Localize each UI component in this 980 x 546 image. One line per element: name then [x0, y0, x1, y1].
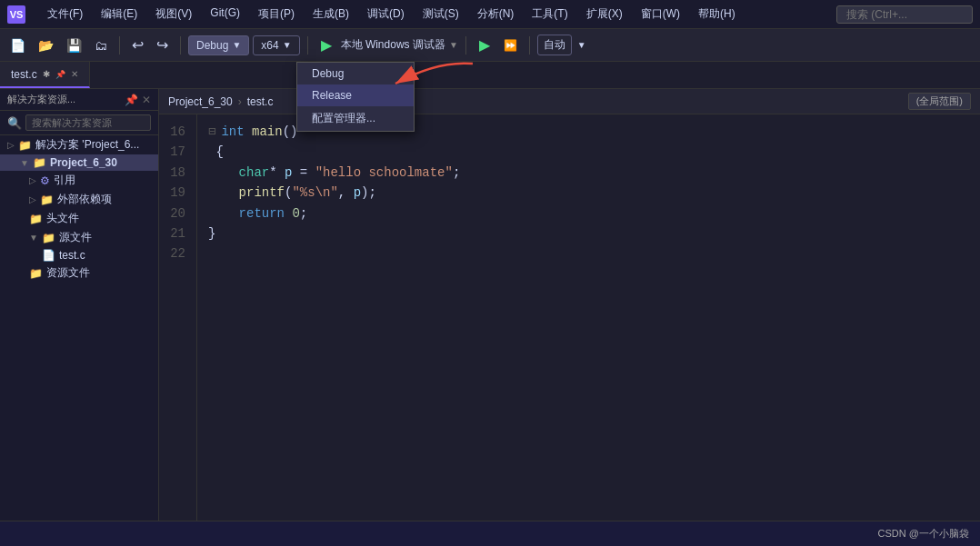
- expand-solution-icon: ▷: [7, 140, 15, 150]
- run-debug-button[interactable]: ▶: [315, 35, 337, 55]
- tab-close-button[interactable]: ✕: [71, 69, 78, 79]
- sidebar-item-resources[interactable]: 📁 资源文件: [0, 263, 158, 283]
- sidebar-item-sources[interactable]: ▼ 📁 源文件: [0, 228, 158, 247]
- config-dropdown[interactable]: Debug ▼: [188, 35, 249, 55]
- sidebar-item-solution[interactable]: ▷ 📁 解决方案 'Project_6...: [0, 135, 158, 154]
- new-file-button[interactable]: 📄: [5, 35, 30, 55]
- sidebar-panel-icons: 📌 ✕: [125, 94, 151, 106]
- expand-ext-icon: ▷: [29, 194, 36, 204]
- code-content[interactable]: ⊟int main() { char* p = "hello schoolmat…: [197, 114, 980, 521]
- sources-label: 源文件: [59, 230, 92, 245]
- breadcrumb-sep-1: ›: [238, 95, 242, 108]
- status-text: CSDN @一个小脑袋: [878, 527, 969, 541]
- main-layout: 解决方案资源... 📌 ✕ 🔍 ▷ 📁 解决方案 'Project_6... ▼…: [0, 89, 980, 521]
- project-label: Project_6_30: [50, 156, 117, 169]
- platform-label: x64: [261, 39, 278, 52]
- ref-label: 引用: [54, 173, 75, 188]
- expand-project-icon: ▼: [20, 158, 29, 168]
- menu-test[interactable]: 测试(S): [415, 5, 466, 24]
- menu-help[interactable]: 帮助(H): [691, 5, 743, 24]
- line-num-20: 20: [166, 204, 185, 223]
- menu-file[interactable]: 文件(F): [40, 5, 90, 24]
- menu-tools[interactable]: 工具(T): [525, 5, 575, 24]
- save-all-button[interactable]: 🗂: [90, 35, 112, 55]
- config-dropdown-menu: Debug Release 配置管理器...: [296, 62, 415, 132]
- sidebar: 解决方案资源... 📌 ✕ 🔍 ▷ 📁 解决方案 'Project_6... ▼…: [0, 89, 159, 521]
- dropdown-item-release[interactable]: Release: [297, 84, 414, 106]
- sidebar-search-area: 🔍: [0, 111, 158, 135]
- solution-folder-icon: 📁: [18, 139, 32, 152]
- step-over-button[interactable]: ⏩: [499, 36, 522, 55]
- menu-view[interactable]: 视图(V): [148, 5, 199, 24]
- res-folder-icon: 📁: [29, 267, 43, 280]
- sidebar-pin-icon[interactable]: 📌: [125, 94, 138, 106]
- open-file-button[interactable]: 📂: [34, 35, 58, 55]
- sidebar-item-headers[interactable]: 📁 头文件: [0, 209, 158, 228]
- ext-folder-icon: 📁: [40, 194, 54, 206]
- undo-button[interactable]: ↩: [127, 34, 148, 56]
- menu-project[interactable]: 项目(P): [251, 5, 302, 24]
- line-num-17: 17: [166, 142, 185, 162]
- expand-src-icon: ▼: [29, 233, 38, 243]
- menu-edit[interactable]: 编辑(E): [94, 5, 145, 24]
- search-input[interactable]: [836, 5, 973, 24]
- expand-ref-icon: ▷: [29, 175, 36, 185]
- save-button[interactable]: 💾: [62, 35, 86, 55]
- sidebar-close-icon[interactable]: ✕: [142, 94, 151, 106]
- tab-test-c[interactable]: test.c ✱ 📌 ✕: [0, 62, 90, 88]
- fold-button-16[interactable]: ⊟: [208, 124, 215, 139]
- auto-dropdown-label: 自动: [537, 35, 572, 55]
- menu-analyze[interactable]: 分析(N): [470, 5, 522, 24]
- test-c-label: test.c: [59, 249, 85, 262]
- menu-bar: 文件(F) 编辑(E) 视图(V) Git(G) 项目(P) 生成(B) 调试(…: [40, 5, 743, 24]
- platform-chevron-icon: ▼: [283, 40, 292, 50]
- sidebar-header: 解决方案资源... 📌 ✕: [0, 89, 158, 111]
- toolbar-separator-5: [529, 36, 530, 55]
- sidebar-item-test-c[interactable]: 📄 test.c: [0, 247, 158, 263]
- toolbar: 📄 📂 💾 🗂 ↩ ↪ Debug ▼ x64 ▼ ▶ 本地 Windows 调…: [0, 29, 980, 62]
- breadcrumb-project: Project_6_30: [168, 95, 233, 108]
- menu-window[interactable]: 窗口(W): [634, 5, 687, 24]
- dropdown-item-debug[interactable]: Debug: [297, 63, 414, 84]
- toolbar-separator-3: [307, 36, 308, 55]
- sidebar-item-project[interactable]: ▼ 📁 Project_6_30: [0, 154, 158, 171]
- debug-target-label: 本地 Windows 调试器: [341, 37, 445, 53]
- status-bar: CSDN @一个小脑袋: [0, 521, 980, 546]
- line-num-18: 18: [166, 163, 185, 183]
- ext-label: 外部依赖项: [57, 192, 112, 207]
- continue-button[interactable]: ▶: [474, 35, 495, 55]
- tab-pin-icon: 📌: [55, 70, 65, 79]
- breadcrumb-file: test.c: [247, 95, 274, 108]
- menu-debug[interactable]: 调试(D): [360, 5, 412, 24]
- breadcrumb-scope-dropdown[interactable]: (全局范围): [908, 93, 971, 110]
- dropdown-item-config-manager[interactable]: 配置管理器...: [297, 106, 414, 131]
- auto-chevron-icon: ▼: [577, 40, 586, 50]
- resources-label: 资源文件: [46, 265, 90, 281]
- sidebar-item-references[interactable]: ▷ ⚙ 引用: [0, 171, 158, 190]
- toolbar-separator-4: [465, 36, 466, 55]
- headers-folder-icon: 📁: [29, 213, 43, 225]
- redo-button[interactable]: ↪: [152, 34, 173, 56]
- tab-label: test.c: [11, 68, 37, 81]
- line-num-21: 21: [166, 223, 185, 243]
- editor-area: Project_6_30 › test.c (全局范围) 16 17 18 19…: [159, 89, 980, 521]
- sidebar-search-icon: 🔍: [7, 116, 22, 130]
- code-editor[interactable]: 16 17 18 19 20 21 22 ⊟int main() { char*…: [159, 114, 980, 521]
- sources-folder-icon: 📁: [42, 232, 55, 244]
- tab-modified-indicator: ✱: [43, 69, 50, 79]
- ref-icon: ⚙: [40, 174, 50, 187]
- sidebar-search-input[interactable]: [25, 114, 151, 131]
- line-num-19: 19: [166, 183, 185, 203]
- toolbar-separator-2: [180, 36, 181, 55]
- sidebar-item-external-deps[interactable]: ▷ 📁 外部依赖项: [0, 190, 158, 209]
- headers-label: 头文件: [46, 211, 79, 226]
- menu-build[interactable]: 生成(B): [305, 5, 356, 24]
- platform-dropdown[interactable]: x64 ▼: [253, 35, 299, 55]
- app-logo: VS: [7, 5, 25, 24]
- sidebar-title: 解决方案资源...: [7, 93, 75, 106]
- title-bar: VS 文件(F) 编辑(E) 视图(V) Git(G) 项目(P) 生成(B) …: [0, 0, 980, 29]
- project-folder-icon: 📁: [33, 156, 46, 169]
- menu-git[interactable]: Git(G): [203, 5, 247, 24]
- menu-extensions[interactable]: 扩展(X): [579, 5, 630, 24]
- test-file-icon: 📄: [42, 249, 55, 262]
